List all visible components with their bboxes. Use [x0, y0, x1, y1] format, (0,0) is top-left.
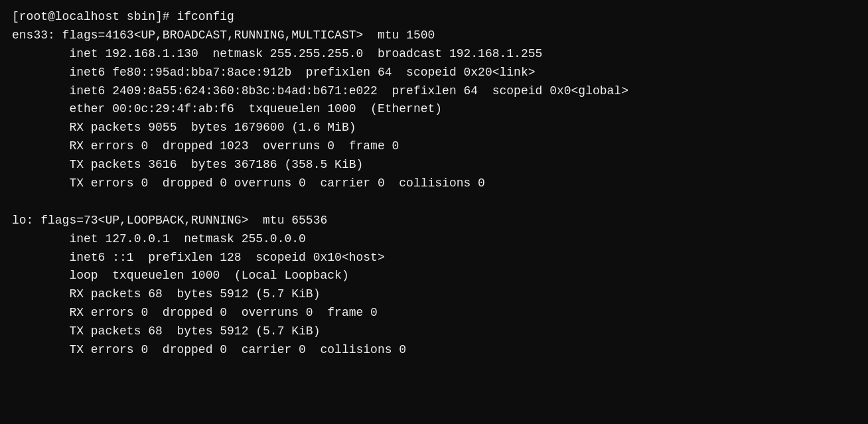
terminal-line-ens33-inet6-1: inet6 fe80::95ad:bba7:8ace:912b prefixle… — [12, 64, 856, 82]
terminal-line-ens33-flags: ens33: flags=4163<UP,BROADCAST,RUNNING,M… — [12, 27, 856, 45]
terminal-line-lo-flags: lo: flags=73<UP,LOOPBACK,RUNNING> mtu 65… — [12, 212, 856, 230]
terminal-line-ens33-ether: ether 00:0c:29:4f:ab:f6 txqueuelen 1000 … — [12, 100, 856, 119]
terminal-line-ens33-rx-errors: RX errors 0 dropped 1023 overruns 0 fram… — [12, 137, 856, 156]
terminal-line-prompt: [root@localhost sbin]# ifconfig — [12, 8, 856, 27]
terminal-line-ens33-inet6-2: inet6 2409:8a55:624:360:8b3c:b4ad:b671:e… — [12, 82, 856, 101]
terminal-line-lo-tx-packets: TX packets 68 bytes 5912 (5.7 KiB) — [12, 322, 856, 341]
terminal-line-lo-inet: inet 127.0.0.1 netmask 255.0.0.0 — [12, 230, 856, 249]
terminal-line-lo-rx-packets: RX packets 68 bytes 5912 (5.7 KiB) — [12, 285, 856, 304]
terminal-line-lo-inet6: inet6 ::1 prefixlen 128 scopeid 0x10<hos… — [12, 249, 856, 267]
terminal-line-ens33-inet: inet 192.168.1.130 netmask 255.255.255.0… — [12, 45, 856, 64]
terminal-line-ens33-rx-packets: RX packets 9055 bytes 1679600 (1.6 MiB) — [12, 119, 856, 137]
terminal-line-ens33-tx-packets: TX packets 3616 bytes 367186 (358.5 KiB) — [12, 156, 856, 175]
terminal-output: [root@localhost sbin]# ifconfigens33: fl… — [12, 8, 856, 360]
terminal-line-lo-tx-errors: TX errors 0 dropped 0 carrier 0 collisio… — [12, 341, 856, 360]
terminal-line-lo-loop: loop txqueuelen 1000 (Local Loopback) — [12, 267, 856, 285]
terminal-line-blank1 — [12, 193, 856, 212]
terminal-line-lo-rx-errors: RX errors 0 dropped 0 overruns 0 frame 0 — [12, 304, 856, 322]
terminal-line-ens33-tx-errors: TX errors 0 dropped 0 overruns 0 carrier… — [12, 175, 856, 193]
